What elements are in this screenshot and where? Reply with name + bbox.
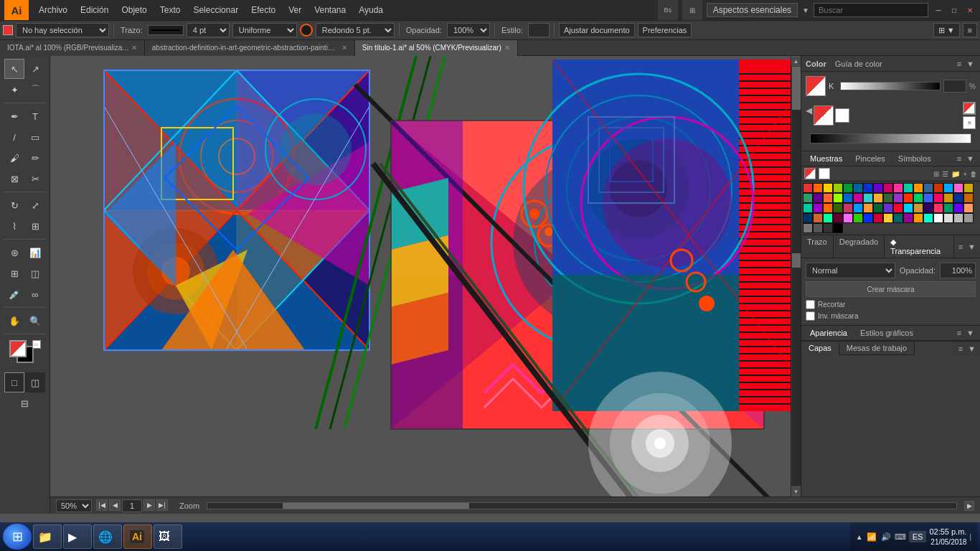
swatch-cell[interactable] xyxy=(923,193,933,203)
swatch-cell[interactable] xyxy=(923,213,933,223)
swatch-cell[interactable] xyxy=(883,183,893,193)
swatch-cell[interactable] xyxy=(813,223,823,233)
swatch-cell[interactable] xyxy=(813,203,823,213)
opacity-trans-input[interactable] xyxy=(940,263,976,278)
pen-tool[interactable]: ✒ xyxy=(4,106,24,126)
swatch-cell[interactable] xyxy=(893,203,903,213)
swatch-cell[interactable] xyxy=(883,193,893,203)
brushes-tab[interactable]: Pinceles xyxy=(851,154,890,163)
swatch-cell[interactable] xyxy=(933,183,943,193)
swatch-cell[interactable] xyxy=(813,213,823,223)
swatch-cell[interactable] xyxy=(843,213,853,223)
swatch-cell[interactable] xyxy=(943,213,953,223)
zoom-select[interactable]: 50% xyxy=(56,499,92,512)
mesh-tool[interactable]: ⊞ xyxy=(4,263,24,283)
swatch-cell[interactable] xyxy=(963,183,974,193)
gradient-tool[interactable]: ◫ xyxy=(25,263,45,283)
tab-sin-titulo[interactable]: Sin título-1.ai* al 50% (CMYK/Previsuali… xyxy=(355,40,518,56)
scroll-track[interactable] xyxy=(792,67,801,486)
swatch-cell[interactable] xyxy=(803,183,813,193)
taskbar-media[interactable]: ▶ xyxy=(63,524,92,549)
menu-ayuda[interactable]: Ayuda xyxy=(353,4,389,17)
swatch-new-icon[interactable]: + xyxy=(963,170,967,178)
screen-mode[interactable]: ◫ xyxy=(25,372,45,392)
taskbar-illustrator[interactable]: Ai xyxy=(123,524,152,549)
lasso-tool[interactable]: ⌒ xyxy=(25,80,45,100)
scissors-tool[interactable]: ✂ xyxy=(25,169,45,189)
swatch-cell[interactable] xyxy=(833,213,843,223)
swatch-cell[interactable] xyxy=(843,183,853,193)
swatch-cell[interactable] xyxy=(803,213,813,223)
menu-edicion[interactable]: Edición xyxy=(75,4,114,17)
normal-mode[interactable]: □ xyxy=(4,372,24,392)
swatch-cell[interactable] xyxy=(883,213,893,223)
swatch-cell[interactable] xyxy=(803,193,813,203)
style-selector[interactable] xyxy=(528,23,550,37)
swatch-cell[interactable] xyxy=(953,203,963,213)
layers-menu-icon[interactable]: ≡ xyxy=(957,344,964,353)
column-graph-tool[interactable]: 📊 xyxy=(25,242,45,263)
stroke-type[interactable]: Uniforme xyxy=(232,23,297,37)
swatch-cell[interactable] xyxy=(833,183,843,193)
network-icon[interactable]: 📶 xyxy=(866,531,877,542)
swatch-cell[interactable] xyxy=(823,203,833,213)
swatches-collapse-icon[interactable]: ▼ xyxy=(965,154,976,163)
more-button[interactable]: ≡ xyxy=(963,23,977,37)
foreground-color-box[interactable] xyxy=(9,340,27,357)
start-button[interactable]: ⊞ xyxy=(3,524,32,550)
menu-archivo[interactable]: Archivo xyxy=(33,4,73,17)
swatch-cell[interactable] xyxy=(823,213,833,223)
swatch-cell[interactable] xyxy=(813,183,823,193)
swatch-cell[interactable] xyxy=(963,213,974,223)
next-page-button[interactable]: ▶ xyxy=(143,499,155,511)
swatch-cell[interactable] xyxy=(873,203,883,213)
swatch-cell[interactable] xyxy=(903,193,913,203)
swatch-cell[interactable] xyxy=(893,213,903,223)
swatch-cell[interactable] xyxy=(963,193,974,203)
swatch-cell[interactable] xyxy=(873,183,883,193)
swatch-cell[interactable] xyxy=(833,223,843,233)
line-tool[interactable]: / xyxy=(4,127,24,147)
swatch-cell[interactable] xyxy=(803,223,813,233)
scroll-down-button[interactable]: ▼ xyxy=(791,486,801,496)
appearance-menu-icon[interactable]: ≡ xyxy=(956,329,963,337)
swatch-cell[interactable] xyxy=(873,213,883,223)
minimize-button[interactable]: ─ xyxy=(933,4,944,16)
menu-ventana[interactable]: Ventana xyxy=(308,4,352,17)
pencil-tool[interactable]: ✏ xyxy=(25,148,45,168)
prev-page-button[interactable]: ◀ xyxy=(109,499,121,511)
swatch-cell[interactable] xyxy=(913,183,923,193)
swatch-cell[interactable] xyxy=(913,213,923,223)
swatches-menu-icon[interactable]: ≡ xyxy=(956,154,963,163)
swatch-cell[interactable] xyxy=(943,183,953,193)
swatch-cell[interactable] xyxy=(823,193,833,203)
swatch-folder-icon[interactable]: 📁 xyxy=(951,170,960,178)
swatch-cell[interactable] xyxy=(863,203,873,213)
guide-color-tab[interactable]: Guía de color xyxy=(831,60,887,68)
volume-icon[interactable]: 🔊 xyxy=(880,531,892,542)
swatch-cell[interactable] xyxy=(963,203,974,213)
bridge-icon[interactable]: Bs xyxy=(658,0,678,20)
symbols-tab[interactable]: Símbolos xyxy=(894,154,936,163)
show-desktop-btn[interactable]: | xyxy=(969,533,971,541)
direct-select-tool[interactable]: ↗ xyxy=(25,59,45,79)
appearance-tab[interactable]: Apariencia xyxy=(806,329,852,337)
text-tool[interactable]: T xyxy=(25,106,45,126)
first-page-button[interactable]: |◀ xyxy=(96,499,108,511)
swatch-cell[interactable] xyxy=(803,203,813,213)
k-slider[interactable] xyxy=(840,82,941,90)
page-number-input[interactable] xyxy=(122,499,142,512)
layers-tab[interactable]: Capas xyxy=(801,342,839,355)
menu-efecto[interactable]: Efecto xyxy=(245,4,281,17)
swatch-cell[interactable] xyxy=(833,203,843,213)
swatch-left-arrow[interactable]: ◀ xyxy=(806,105,812,126)
tab-close-2[interactable]: ✕ xyxy=(504,44,510,52)
magic-wand-tool[interactable]: ✦ xyxy=(4,80,24,100)
swatch-cell[interactable] xyxy=(853,203,863,213)
fg-color-box[interactable] xyxy=(963,102,976,115)
stroke-weight[interactable]: 4 pt xyxy=(187,23,230,37)
transparency-subtab[interactable]: ◆ Transparencia xyxy=(885,235,954,258)
swatch-cell[interactable] xyxy=(863,213,873,223)
horizontal-scrollbar[interactable] xyxy=(207,502,957,509)
swatch-cell[interactable] xyxy=(863,193,873,203)
